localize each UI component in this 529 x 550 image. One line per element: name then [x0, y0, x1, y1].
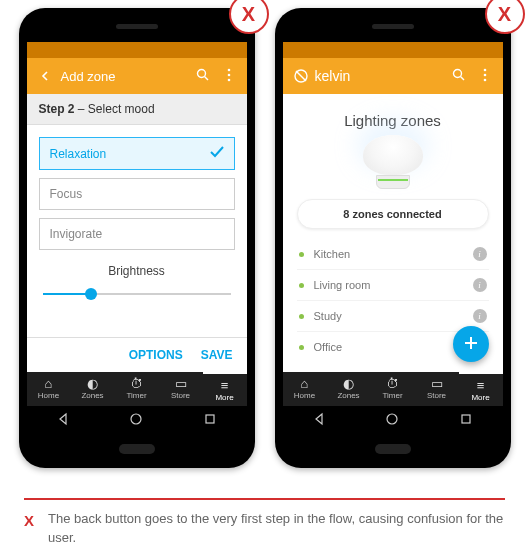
step-header: Step 2 – Select mood	[27, 94, 247, 125]
store-icon: ▭	[415, 377, 459, 391]
home-icon: ⌂	[283, 377, 327, 391]
add-zone-fab[interactable]	[453, 326, 489, 362]
zone-name: Living room	[314, 279, 473, 291]
options-button[interactable]: OPTIONS	[129, 348, 183, 362]
status-dot	[299, 314, 304, 319]
tab-more[interactable]: ≡More	[203, 372, 247, 406]
comparison-stage: X Add zone Step 2 – Select mood	[0, 8, 529, 468]
info-icon[interactable]: i	[473, 309, 487, 323]
search-icon[interactable]	[451, 68, 467, 84]
phone-right: X kelvin Lighting zones	[275, 8, 511, 468]
svg-line-8	[296, 71, 306, 81]
phone-speaker	[116, 24, 158, 29]
nav-recent-icon[interactable]	[459, 412, 473, 429]
zone-row-kitchen[interactable]: Kitcheni	[297, 239, 489, 270]
phone-homebar	[119, 444, 155, 454]
dont-badge-right: X	[485, 0, 525, 34]
tab-zones[interactable]: ◐Zones	[71, 372, 115, 406]
caption: X The back button goes to the very first…	[24, 510, 505, 548]
tab-label: Home	[27, 391, 71, 400]
status-dot	[299, 283, 304, 288]
overflow-icon[interactable]	[477, 68, 493, 85]
search-icon[interactable]	[195, 68, 211, 84]
option-label: Invigorate	[50, 227, 103, 241]
caption-text: The back button goes to the very first s…	[48, 510, 505, 548]
svg-point-9	[454, 70, 462, 78]
zone-name: Study	[314, 310, 473, 322]
tab-timer[interactable]: ⏱Timer	[371, 372, 415, 406]
back-icon[interactable]	[37, 68, 53, 84]
option-label: Relaxation	[50, 147, 107, 161]
svg-rect-17	[462, 415, 470, 423]
android-nav	[27, 406, 247, 434]
svg-point-4	[227, 78, 230, 81]
zone-row-study[interactable]: Studyi	[297, 301, 489, 332]
info-icon[interactable]: i	[473, 278, 487, 292]
tab-label: Store	[159, 391, 203, 400]
info-icon[interactable]: i	[473, 247, 487, 261]
option-label: Focus	[50, 187, 83, 201]
nav-recent-icon[interactable]	[203, 412, 217, 429]
brand-name: kelvin	[315, 68, 351, 84]
mood-option-relaxation[interactable]: Relaxation	[39, 137, 235, 170]
hero: Lighting zones	[297, 104, 489, 191]
content-right: Lighting zones 8 zones connected Kitchen…	[283, 94, 503, 372]
status-bar	[283, 42, 503, 58]
mood-option-focus[interactable]: Focus	[39, 178, 235, 210]
svg-point-3	[227, 73, 230, 76]
svg-point-5	[131, 414, 141, 424]
svg-point-16	[387, 414, 397, 424]
mood-option-invigorate[interactable]: Invigorate	[39, 218, 235, 250]
svg-point-12	[483, 73, 486, 76]
slider-thumb[interactable]	[85, 288, 97, 300]
nav-home-icon[interactable]	[385, 412, 399, 429]
bulb-icon: ◐	[71, 377, 115, 391]
dont-marker: X	[24, 510, 34, 548]
step-desc: – Select mood	[75, 102, 155, 116]
svg-point-2	[227, 68, 230, 71]
nav-back-icon[interactable]	[312, 412, 326, 429]
tab-timer[interactable]: ⏱Timer	[115, 372, 159, 406]
lightbulb-graphic	[360, 135, 426, 191]
zone-row-livingroom[interactable]: Living roomi	[297, 270, 489, 301]
tab-zones[interactable]: ◐Zones	[327, 372, 371, 406]
zones-connected-pill[interactable]: 8 zones connected	[297, 199, 489, 229]
tab-home[interactable]: ⌂Home	[283, 372, 327, 406]
app-bar: kelvin	[283, 58, 503, 94]
tab-label: More	[203, 393, 247, 402]
tab-store[interactable]: ▭Store	[415, 372, 459, 406]
nav-back-icon[interactable]	[56, 412, 70, 429]
tab-home[interactable]: ⌂Home	[27, 372, 71, 406]
svg-line-10	[461, 77, 465, 81]
brand-logo: kelvin	[293, 68, 441, 84]
timer-icon: ⏱	[115, 377, 159, 391]
bulb-icon: ◐	[327, 377, 371, 391]
svg-line-1	[205, 77, 209, 81]
svg-point-13	[483, 78, 486, 81]
appbar-title: Add zone	[53, 69, 185, 84]
zone-name: Kitchen	[314, 248, 473, 260]
screen-left: Add zone Step 2 – Select mood Relaxation	[27, 42, 247, 434]
brightness-slider[interactable]	[43, 284, 231, 304]
bottom-tabs: ⌂Home ◐Zones ⏱Timer ▭Store ≡More	[27, 372, 247, 406]
tab-store[interactable]: ▭Store	[159, 372, 203, 406]
overflow-icon[interactable]	[221, 68, 237, 85]
tab-more[interactable]: ≡More	[459, 372, 503, 406]
tab-label: Home	[283, 391, 327, 400]
phone-left: X Add zone Step 2 – Select mood	[19, 8, 255, 468]
save-button[interactable]: SAVE	[201, 348, 233, 362]
more-icon: ≡	[459, 379, 503, 393]
timer-icon: ⏱	[371, 377, 415, 391]
phone-speaker	[372, 24, 414, 29]
step-number: Step 2	[39, 102, 75, 116]
app-bar: Add zone	[27, 58, 247, 94]
more-icon: ≡	[203, 379, 247, 393]
nav-home-icon[interactable]	[129, 412, 143, 429]
dont-badge-left: X	[229, 0, 269, 34]
status-dot	[299, 345, 304, 350]
brightness-label: Brightness	[39, 264, 235, 278]
action-bar: OPTIONS SAVE	[27, 337, 247, 372]
content-left: Relaxation Focus Invigorate Brightness	[27, 125, 247, 337]
divider-line	[24, 498, 505, 500]
screen-right: kelvin Lighting zones 8 zones conne	[283, 42, 503, 434]
